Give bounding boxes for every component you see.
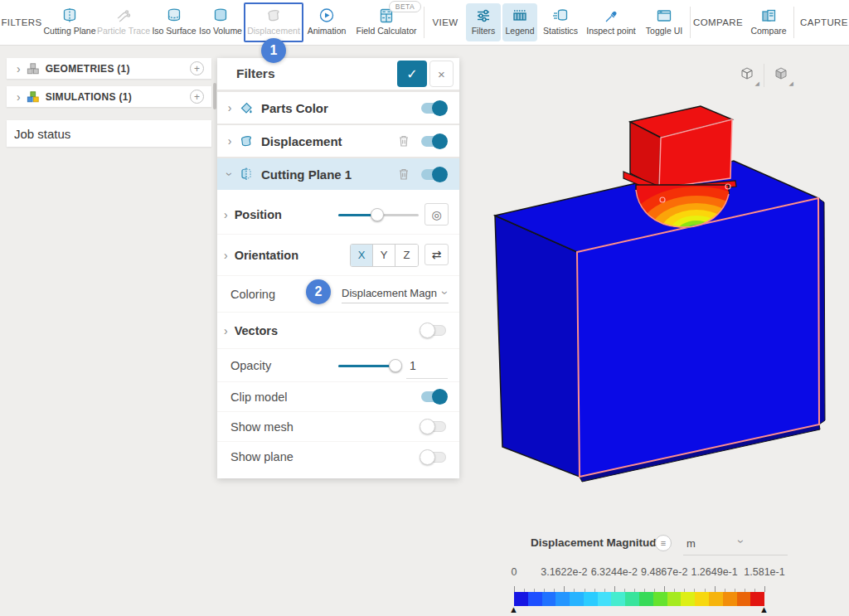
coloring-dropdown[interactable]: Displacement Magn ›: [342, 285, 449, 303]
cutting-plane-toggle[interactable]: [421, 169, 446, 180]
opacity-slider-knob[interactable]: [389, 359, 402, 372]
job-status-label: Job status: [14, 127, 70, 141]
toggle-ui-label: Toggle UI: [646, 26, 682, 36]
compare-button[interactable]: Compare: [745, 0, 793, 45]
show-mesh-row: Show mesh: [217, 412, 459, 442]
legend-colorbar[interactable]: [514, 592, 764, 606]
legend-icon: [511, 7, 529, 24]
show-mesh-toggle[interactable]: [421, 421, 446, 432]
legend-menu-button[interactable]: ≡: [655, 535, 672, 551]
filter-row-cutting-plane-1[interactable]: › Cutting Plane 1: [217, 158, 459, 190]
iso-volume-icon: [211, 7, 230, 24]
chevron-right-icon[interactable]: ›: [224, 250, 228, 261]
chevron-right-icon[interactable]: ›: [17, 63, 21, 75]
chevron-right-icon[interactable]: ›: [224, 209, 228, 221]
sidebar-item-geometries[interactable]: › GEOMETRIES (1) +: [7, 58, 211, 79]
opacity-slider[interactable]: [338, 365, 396, 367]
orientation-label: Orientation: [235, 249, 298, 262]
axis-z-button[interactable]: Z: [395, 245, 418, 266]
legend-unit-chevron-icon[interactable]: ›: [735, 540, 747, 544]
compare-label: Compare: [750, 26, 786, 36]
cutting-plane-button[interactable]: Cutting Plane: [43, 0, 96, 45]
parts-color-toggle[interactable]: [421, 103, 446, 114]
toolbar-divider: [690, 7, 691, 38]
field-calculator-button[interactable]: BETA Field Calculator: [350, 0, 423, 45]
statistics-icon: [551, 7, 570, 24]
add-geometry-button[interactable]: +: [190, 61, 204, 75]
close-panel-button[interactable]: ×: [429, 61, 454, 87]
toggle-knob: [432, 167, 448, 182]
delete-displacement-icon[interactable]: [398, 134, 410, 148]
toggle-knob: [432, 133, 448, 149]
show-plane-row: Show plane: [217, 442, 459, 472]
colorbar-segment: [584, 592, 598, 606]
position-slider[interactable]: [338, 214, 419, 216]
legend-range-marker-max[interactable]: ▲: [759, 604, 769, 614]
viewport-3d[interactable]: ◢ ◢ Displacement Magnitude ≡ m › 0 3.162…: [461, 46, 849, 616]
colorbar-segment: [555, 592, 570, 606]
legend-range-marker-min[interactable]: ▲: [509, 604, 518, 614]
particle-trace-label: Particle Trace: [97, 26, 150, 36]
legend-unit-value[interactable]: m: [686, 537, 696, 550]
filter-row-displacement[interactable]: › Displacement: [217, 125, 459, 157]
wireframe-view-button[interactable]: ◢: [733, 63, 761, 88]
field-calculator-label: Field Calculator: [357, 26, 417, 36]
iso-volume-button[interactable]: Iso Volume: [197, 0, 244, 45]
inspect-point-label: Inspect point: [586, 26, 636, 36]
colorbar-segment: [737, 592, 751, 606]
view-legend-button[interactable]: Legend: [502, 3, 537, 41]
animation-label: Animation: [308, 26, 347, 36]
center-position-button[interactable]: ◎: [424, 203, 449, 226]
chevron-right-icon[interactable]: ›: [224, 135, 235, 147]
iso-surface-button[interactable]: Iso Surface: [151, 0, 197, 45]
colorbar-segment: [723, 592, 737, 606]
axis-x-button[interactable]: X: [351, 245, 373, 266]
displacement-button[interactable]: Displacement 1: [244, 2, 303, 42]
colorbar-tick: [764, 586, 765, 592]
displacement-filter-toggle[interactable]: [421, 136, 446, 147]
clip-model-toggle[interactable]: [421, 391, 446, 402]
chevron-down-icon[interactable]: ›: [224, 168, 235, 180]
show-plane-toggle[interactable]: [421, 452, 446, 463]
chevron-down-icon: ›: [439, 291, 451, 295]
chevron-right-icon[interactable]: ›: [224, 102, 235, 114]
colorbar-tick: [614, 586, 615, 592]
chevron-right-icon[interactable]: ›: [17, 91, 21, 103]
flip-orientation-button[interactable]: ⇄: [424, 244, 449, 265]
filters-panel: Filters ✓ × › Parts Color › Displacement…: [217, 58, 459, 478]
coloring-row: Coloring Displacement Magn ›: [217, 276, 459, 313]
job-status-panel[interactable]: Job status: [7, 120, 211, 147]
cutting-plane-filter-icon: [239, 167, 254, 182]
position-label: Position: [235, 208, 282, 221]
sidebar-item-simulations[interactable]: › SIMULATIONS (1) +: [7, 86, 211, 107]
colorbar-segment: [639, 592, 653, 606]
legend-unit-underline: [683, 555, 788, 555]
sidebar-resize-handle[interactable]: [213, 83, 216, 109]
particle-trace-button[interactable]: Particle Trace: [96, 0, 151, 45]
view-filters-button[interactable]: Filters: [466, 3, 501, 41]
colorbar-segment: [667, 592, 682, 606]
add-simulation-button[interactable]: +: [190, 90, 204, 104]
vectors-toggle[interactable]: [421, 325, 446, 336]
position-slider-knob[interactable]: [371, 208, 384, 221]
apply-button[interactable]: ✓: [397, 61, 427, 87]
axis-y-button[interactable]: Y: [373, 245, 395, 266]
solid-view-button[interactable]: ◢: [767, 63, 795, 88]
top-toolbar: FILTERS Cutting Plane Particle Trace Iso…: [0, 0, 849, 46]
chevron-right-icon[interactable]: ›: [224, 325, 228, 337]
toggle-ui-button[interactable]: Toggle UI: [639, 0, 689, 45]
filter-row-parts-color[interactable]: › Parts Color: [217, 92, 459, 124]
viewport-3d-scene[interactable]: [461, 46, 849, 616]
vectors-label: Vectors: [235, 324, 278, 337]
opacity-value: 1: [410, 359, 416, 372]
toolbar-divider: [424, 7, 424, 38]
inspect-point-button[interactable]: Inspect point: [583, 0, 639, 45]
compare-icon: [759, 7, 778, 24]
clip-model-label: Clip model: [230, 390, 288, 404]
animation-button[interactable]: Animation: [303, 0, 350, 45]
delete-cutting-plane-icon[interactable]: [398, 167, 410, 181]
view-mode-divider: [764, 64, 764, 87]
colorbar-tick: [664, 586, 665, 592]
statistics-button[interactable]: Statistics: [538, 0, 583, 45]
displacement-label: Displacement: [247, 26, 300, 36]
